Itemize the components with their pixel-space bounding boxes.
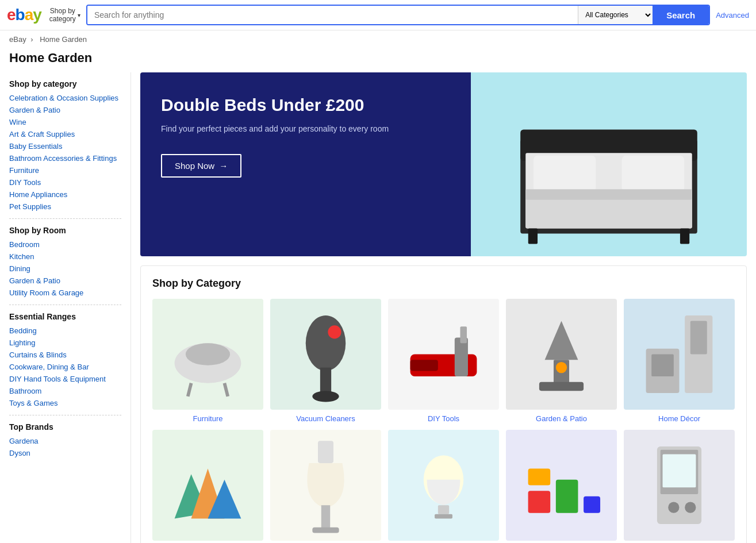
svg-rect-18: [455, 338, 468, 377]
svg-point-45: [685, 502, 696, 513]
category-tile-wine[interactable]: Wine: [270, 430, 381, 543]
sidebar-section-shop-by-category: Shop by category: [9, 79, 121, 88]
breadcrumb-current: Home Garden: [40, 35, 87, 44]
sidebar-room-kitchen[interactable]: Kitchen: [9, 251, 121, 263]
hero-subtitle: Find your perfect pieces and add your pe…: [161, 124, 450, 133]
chevron-down-icon: ▾: [78, 12, 80, 18]
sidebar-brand-dyson[interactable]: Dyson: [9, 447, 121, 459]
sidebar-room-dining[interactable]: Dining: [9, 263, 121, 275]
sidebar-category-list: Celebration & Occasion SuppliesGarden & …: [9, 92, 121, 213]
sidebar-item-art__craft_supplies[interactable]: Art & Craft Supplies: [9, 128, 121, 140]
svg-rect-38: [528, 491, 551, 513]
category-tile-toys__games[interactable]: Toys & Games: [506, 430, 617, 543]
page-title: Home Garden: [0, 48, 756, 72]
category-tile-img-6: [270, 430, 381, 541]
logo-b: b: [16, 6, 25, 24]
sidebar-section-essential-ranges: Essential Ranges: [9, 312, 121, 321]
svg-rect-26: [690, 321, 707, 355]
svg-point-13: [306, 315, 346, 371]
search-button[interactable]: Search: [653, 6, 709, 24]
sidebar-range-cookware_dining__bar[interactable]: Cookware, Dining & Bar: [9, 361, 121, 373]
category-tile-celebration__occasion[interactable]: Celebration & Occasion: [152, 430, 263, 543]
category-tile-label-4: Home Décor: [658, 414, 700, 423]
hero-banner: Double Beds Under £200 Find your perfect…: [140, 72, 747, 256]
svg-point-24: [556, 362, 567, 373]
sidebar-range-lighting[interactable]: Lighting: [9, 337, 121, 349]
category-tile-label-3: Garden & Patio: [536, 414, 587, 423]
svg-rect-3: [534, 156, 596, 192]
category-select[interactable]: All Categories: [578, 6, 653, 24]
svg-rect-46: [663, 454, 696, 487]
breadcrumb-ebay[interactable]: eBay: [9, 35, 26, 44]
sidebar-range-bedding[interactable]: Bedding: [9, 325, 121, 337]
logo-y: y: [33, 6, 41, 24]
svg-rect-10: [186, 343, 230, 365]
sidebar-item-diy_tools[interactable]: DIY Tools: [9, 176, 121, 188]
sidebar-item-pet_supplies[interactable]: Pet Supplies: [9, 201, 121, 213]
svg-rect-8: [680, 228, 689, 244]
sidebar-room-utility_room__garage[interactable]: Utility Room & Garage: [9, 287, 121, 299]
sidebar-item-baby_essentials[interactable]: Baby Essentials: [9, 140, 121, 152]
sidebar-item-home_appliances[interactable]: Home Appliances: [9, 188, 121, 201]
category-tile-diy_tools[interactable]: DIY Tools: [388, 299, 499, 423]
logo-a: a: [25, 6, 33, 24]
category-tile-img-2: [388, 299, 499, 410]
hero-right: [471, 72, 747, 256]
svg-rect-23: [539, 382, 584, 391]
category-tile-furniture[interactable]: Furniture: [152, 299, 263, 423]
sidebar: Shop by category Celebration & Occasion …: [0, 72, 131, 543]
category-tile-home_appliances[interactable]: Home Appliances: [624, 430, 735, 543]
sidebar-item-celebration__occasion_supplies[interactable]: Celebration & Occasion Supplies: [9, 92, 121, 104]
category-tile-img-8: [506, 430, 617, 541]
hero-title: Double Beds Under £200: [161, 95, 450, 115]
category-tile-lighting[interactable]: Lighting: [388, 430, 499, 543]
svg-line-11: [188, 383, 191, 396]
breadcrumb: eBay › Home Garden: [0, 30, 756, 48]
category-tile-img-3: [506, 299, 617, 410]
sidebar-room-garden__patio[interactable]: Garden & Patio: [9, 275, 121, 287]
category-tile-label-2: DIY Tools: [428, 414, 459, 423]
hero-shop-now-button[interactable]: Shop Now →: [161, 154, 241, 178]
hero-left: Double Beds Under £200 Find your perfect…: [140, 72, 471, 256]
main-layout: Shop by category Celebration & Occasion …: [0, 72, 756, 543]
sidebar-item-bathroom_accessories__fittings[interactable]: Bathroom Accessories & Fittings: [9, 152, 121, 164]
category-tile-garden__patio[interactable]: Garden & Patio: [506, 299, 617, 423]
sidebar-range-bathroom[interactable]: Bathroom: [9, 385, 121, 397]
svg-point-16: [328, 325, 341, 338]
category-tile-vacuum_cleaners[interactable]: Vacuum Cleaners: [270, 299, 381, 423]
hero-btn-label: Shop Now: [175, 161, 214, 171]
category-tile-home_dcor[interactable]: Home Décor: [624, 299, 735, 423]
svg-rect-36: [438, 505, 449, 514]
svg-rect-41: [528, 469, 551, 486]
main-content: Double Beds Under £200 Find your perfect…: [131, 72, 756, 543]
sidebar-item-furniture[interactable]: Furniture: [9, 164, 121, 176]
sidebar-item-garden__patio[interactable]: Garden & Patio: [9, 104, 121, 116]
ebay-logo[interactable]: ebay: [7, 6, 41, 24]
category-grid: FurnitureVacuum CleanersDIY ToolsGarden …: [152, 299, 735, 543]
svg-rect-40: [584, 496, 600, 513]
svg-rect-37: [435, 514, 452, 519]
search-input[interactable]: [87, 6, 578, 24]
sidebar-range-diy_hand_tools__equipment[interactable]: DIY Hand Tools & Equipment: [9, 373, 121, 385]
svg-rect-6: [525, 190, 692, 200]
svg-rect-34: [312, 527, 339, 533]
sidebar-section-shop-by-room: Shop by Room: [9, 226, 121, 235]
category-tile-label-1: Vacuum Cleaners: [296, 414, 355, 423]
sidebar-room-list: BedroomKitchenDiningGarden & PatioUtilit…: [9, 238, 121, 299]
category-tile-img-4: [624, 299, 735, 410]
svg-rect-7: [528, 228, 538, 244]
header: ebay Shop by category ▾ All Categories S…: [0, 0, 756, 30]
advanced-link[interactable]: Advanced: [716, 11, 749, 20]
sidebar-range-curtains__blinds[interactable]: Curtains & Blinds: [9, 349, 121, 361]
sidebar-room-bedroom[interactable]: Bedroom: [9, 238, 121, 251]
sidebar-brand-gardena[interactable]: Gardena: [9, 435, 121, 447]
svg-rect-28: [651, 355, 674, 377]
svg-rect-39: [556, 480, 578, 513]
shop-by-category-nav[interactable]: Shop by category ▾: [49, 7, 80, 24]
sidebar-item-wine[interactable]: Wine: [9, 116, 121, 128]
svg-marker-21: [545, 321, 578, 360]
sidebar-divider-2: [9, 305, 121, 305]
svg-rect-19: [460, 326, 467, 343]
sidebar-range-toys__games[interactable]: Toys & Games: [9, 397, 121, 409]
sidebar-divider-1: [9, 218, 121, 219]
